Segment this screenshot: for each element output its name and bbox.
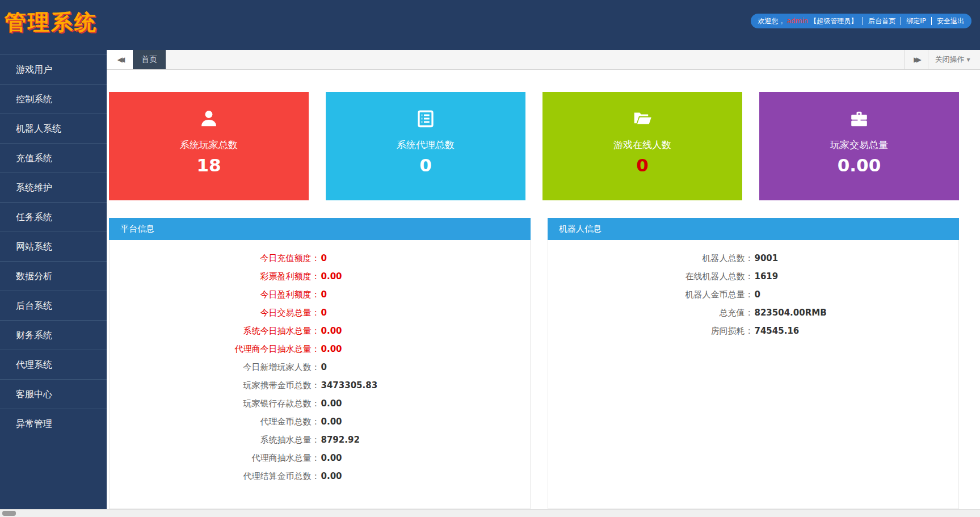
- info-row: 代理结算金币总数：0.00: [110, 467, 530, 485]
- info-row-label: 代理商抽水总量：: [110, 449, 320, 467]
- info-row-label: 机器人金币总量：: [548, 285, 754, 304]
- welcome-text: 欢迎您，: [758, 16, 785, 26]
- sidebar-item[interactable]: 代理系统: [0, 350, 107, 379]
- info-row-label: 总充值：: [548, 304, 754, 322]
- info-row-value: 0.00: [320, 394, 342, 413]
- top-header: 管理系统 欢迎您，admin【超级管理员】 后台首页 绑定IP 安全退出: [0, 0, 980, 50]
- main-content: 系统玩家总数 18 系统代理总数 0 游戏在线人数 0: [107, 70, 980, 509]
- info-row: 机器人总数：9001: [548, 249, 958, 267]
- stat-card-title: 游戏在线人数: [613, 138, 671, 152]
- info-row: 房间损耗：74545.16: [548, 322, 958, 340]
- sidebar-item[interactable]: 网站系统: [0, 232, 107, 261]
- app-logo: 管理系统: [5, 8, 98, 37]
- info-row-label: 机器人总数：: [548, 249, 754, 267]
- sidebar-item[interactable]: 控制系统: [0, 84, 107, 114]
- info-row-value: 1619: [754, 267, 779, 285]
- info-row-value: 0: [320, 358, 327, 376]
- sidebar-item[interactable]: 异常管理: [0, 409, 107, 438]
- info-row-label: 房间损耗：: [548, 322, 754, 340]
- info-row: 总充值：823504.00RMB: [548, 304, 958, 322]
- info-row-label: 代理结算金币总数：: [110, 467, 320, 485]
- panel-body: 今日充值额度：0彩票盈利额度：0.00今日盈利额度：0今日交易总量：0系统今日抽…: [109, 240, 531, 509]
- info-row: 系统抽水总量：8792.92: [110, 431, 530, 449]
- info-row-value: 0.00: [320, 322, 342, 340]
- info-row: 机器人金币总量：0: [548, 285, 958, 304]
- user-role: 【超级管理员】: [810, 16, 857, 26]
- info-row-label: 在线机器人总数：: [548, 267, 754, 285]
- info-row-label: 玩家携带金币总数：: [110, 376, 320, 394]
- info-row-value: 0: [320, 304, 327, 322]
- info-row-label: 彩票盈利额度：: [110, 267, 320, 285]
- info-row: 玩家银行存款总数：0.00: [110, 394, 530, 413]
- sidebar-item[interactable]: 后台系统: [0, 291, 107, 320]
- info-row: 今日充值额度：0: [110, 249, 530, 267]
- scrollbar-thumb[interactable]: [2, 511, 16, 516]
- logout-link[interactable]: 安全退出: [937, 16, 964, 26]
- stat-card-transactions: 玩家交易总量 0.00: [759, 92, 959, 200]
- stat-card-agents: 系统代理总数 0: [326, 92, 525, 200]
- tab-home[interactable]: 首页: [133, 50, 166, 69]
- sidebar-item[interactable]: 数据分析: [0, 261, 107, 291]
- stat-card-title: 系统玩家总数: [180, 138, 238, 152]
- divider: [931, 17, 932, 25]
- close-operations-label: 关闭操作: [935, 54, 964, 65]
- info-row: 今日交易总量：0: [110, 304, 530, 322]
- info-row-value: 74545.16: [754, 322, 800, 340]
- stat-card-title: 玩家交易总量: [830, 138, 888, 152]
- info-row-label: 今日盈利额度：: [110, 285, 320, 304]
- sidebar-item[interactable]: 财务系统: [0, 320, 107, 350]
- info-row-value: 0: [320, 285, 327, 304]
- info-row-value: 0.00: [320, 449, 342, 467]
- user-icon: [199, 108, 219, 129]
- panel-header: 平台信息: [109, 218, 531, 240]
- bind-ip-link[interactable]: 绑定IP: [906, 16, 926, 26]
- panel-header: 机器人信息: [548, 218, 959, 240]
- info-row: 代理商今日抽水总量：0.00: [110, 340, 530, 358]
- info-panels-row: 平台信息 今日充值额度：0彩票盈利额度：0.00今日盈利额度：0今日交易总量：0…: [109, 218, 980, 509]
- info-row-label: 系统今日抽水总量：: [110, 322, 320, 340]
- sidebar-item[interactable]: 系统维护: [0, 173, 107, 202]
- sidebar-item[interactable]: 充值系统: [0, 143, 107, 173]
- stat-card-online: 游戏在线人数 0: [542, 92, 742, 200]
- stat-card-value: 18: [196, 155, 221, 175]
- sidebar-menu: 游戏用户控制系统机器人系统充值系统系统维护任务系统网站系统数据分析后台系统财务系…: [0, 50, 107, 509]
- info-row-value: 0: [320, 249, 327, 267]
- info-row: 今日新增玩家人数：0: [110, 358, 530, 376]
- sidebar-item[interactable]: 任务系统: [0, 202, 107, 232]
- info-row: 在线机器人总数：1619: [548, 267, 958, 285]
- divider: [901, 17, 901, 25]
- chevrons-left-icon[interactable]: ◀◀: [107, 50, 133, 69]
- backend-home-link[interactable]: 后台首页: [868, 16, 895, 26]
- robot-info-panel: 机器人信息 机器人总数：9001在线机器人总数：1619机器人金币总量：0总充值…: [548, 218, 959, 509]
- info-row-label: 今日充值额度：: [110, 249, 320, 267]
- horizontal-scrollbar[interactable]: [0, 509, 980, 517]
- info-row-value: 3473305.83: [320, 376, 378, 394]
- sidebar-item[interactable]: 游戏用户: [0, 54, 107, 84]
- info-row-label: 代理金币总数：: [110, 413, 320, 431]
- sidebar-item[interactable]: 机器人系统: [0, 114, 107, 143]
- stat-card-value: 0: [419, 155, 432, 175]
- tabbar-spacer: [166, 50, 904, 69]
- sidebar-item[interactable]: 客服中心: [0, 379, 107, 409]
- info-row-value: 8792.92: [320, 431, 360, 449]
- info-row-label: 玩家银行存款总数：: [110, 394, 320, 413]
- info-row-label: 今日交易总量：: [110, 304, 320, 322]
- info-row-value: 0.00: [320, 467, 342, 485]
- info-row: 代理商抽水总量：0.00: [110, 449, 530, 467]
- info-row-label: 今日新增玩家人数：: [110, 358, 320, 376]
- info-row-label: 系统抽水总量：: [110, 431, 320, 449]
- briefcase-icon: [849, 108, 869, 129]
- info-row-value: 0.00: [320, 340, 342, 358]
- folder-open-icon: [632, 108, 653, 129]
- info-row-value: 823504.00RMB: [754, 304, 827, 322]
- info-row-value: 0.00: [320, 413, 342, 431]
- info-row-value: 9001: [754, 249, 779, 267]
- username: admin: [787, 17, 809, 25]
- stat-card-players: 系统玩家总数 18: [109, 92, 309, 200]
- welcome-bar: 欢迎您，admin【超级管理员】 后台首页 绑定IP 安全退出: [751, 14, 971, 28]
- panel-body: 机器人总数：9001在线机器人总数：1619机器人金币总量：0总充值：82350…: [548, 240, 959, 509]
- close-operations-dropdown[interactable]: 关闭操作 ▼: [928, 50, 977, 69]
- chevrons-right-icon[interactable]: ▶▶: [904, 50, 928, 69]
- info-row: 彩票盈利额度：0.00: [110, 267, 530, 285]
- stat-cards-row: 系统玩家总数 18 系统代理总数 0 游戏在线人数 0: [109, 92, 980, 200]
